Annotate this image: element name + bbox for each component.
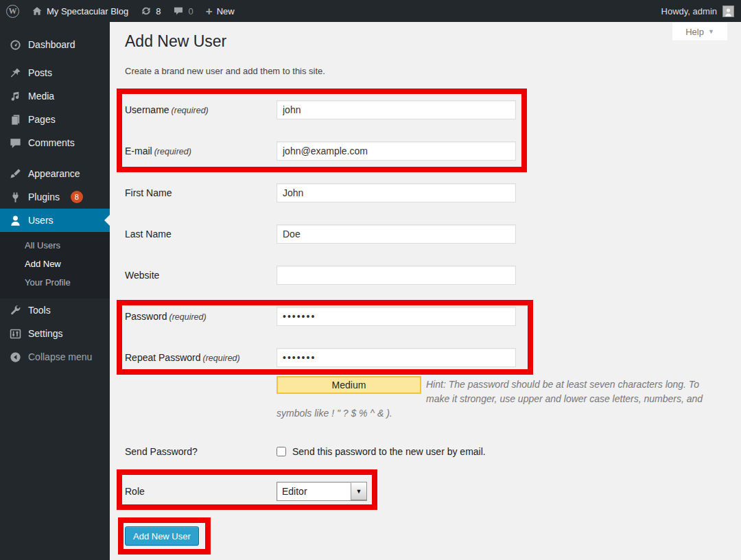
email-label: E-mail(required) [125, 145, 277, 156]
sidebar-item-label: Settings [28, 328, 63, 339]
sliders-icon [9, 327, 22, 340]
website-row: Website [125, 266, 516, 285]
person-icon [724, 8, 733, 16]
plugins-update-badge: 8 [71, 191, 83, 203]
comments-link[interactable]: 0 [167, 0, 199, 22]
required-note: (required) [169, 312, 206, 322]
first-name-input[interactable] [277, 183, 516, 202]
username-input[interactable] [277, 100, 516, 119]
password-label: Password(required) [125, 311, 277, 322]
label-text: First Name [125, 187, 172, 198]
submenu-item-your-profile[interactable]: Your Profile [0, 273, 110, 292]
label-text: Role [125, 486, 145, 497]
send-password-checkbox[interactable] [277, 447, 286, 456]
sidebar-item-collapse-menu[interactable]: Collapse menu [0, 345, 110, 369]
required-note: (required) [172, 106, 209, 115]
sidebar-item-label: Comments [28, 137, 75, 148]
sidebar-item-label: Collapse menu [28, 351, 92, 362]
label-text: E-mail [125, 145, 152, 156]
pin-icon [9, 67, 22, 80]
role-selected-value: Editor [277, 482, 351, 500]
update-icon [141, 5, 152, 16]
submenu-item-all-users[interactable]: All Users [0, 236, 110, 255]
main-content: Help ▼ Add New User Create a brand new u… [110, 22, 741, 560]
password-strength-block: Medium Hint: The password should be at l… [277, 376, 710, 421]
sidebar-item-comments[interactable]: Comments [0, 131, 110, 154]
password-input[interactable] [277, 307, 516, 326]
last-name-input[interactable] [277, 224, 516, 244]
required-note: (required) [154, 147, 191, 156]
admin-bar: W My Spectacular Blog 8 0 + New Howdy, a… [0, 0, 741, 22]
label-text: Website [125, 270, 159, 281]
comments-icon [9, 137, 22, 150]
avatar [722, 5, 734, 17]
sidebar-item-pages[interactable]: Pages [0, 108, 110, 131]
wrench-icon [9, 304, 22, 317]
site-name-label: My Spectacular Blog [47, 6, 128, 16]
role-select[interactable]: Editor ▼ [277, 482, 367, 501]
home-icon [32, 5, 43, 16]
website-label: Website [125, 270, 277, 281]
role-label: Role [125, 486, 277, 497]
label-text: Password [125, 311, 167, 322]
sidebar-item-media[interactable]: Media [0, 84, 110, 108]
chevron-down-icon: ▼ [708, 28, 714, 35]
media-icon [9, 90, 22, 103]
updates-link[interactable]: 8 [134, 0, 167, 22]
username-row: Username(required) [125, 100, 516, 119]
sidebar-item-users[interactable]: Users [0, 209, 110, 232]
sidebar-item-dashboard[interactable]: Dashboard [0, 33, 110, 56]
sidebar-item-appearance[interactable]: Appearance [0, 162, 110, 185]
sidebar-item-label: Plugins [28, 191, 60, 202]
comment-icon [173, 5, 184, 16]
label-text: Username [125, 104, 169, 115]
send-password-row: Send Password? Send this password to the… [125, 442, 486, 461]
account-menu[interactable]: Howdy, admin [661, 5, 741, 17]
sidebar-item-label: Posts [28, 67, 52, 78]
last-name-label: Last Name [125, 229, 277, 240]
email-row: E-mail(required) [125, 141, 516, 161]
submenu-item-add-new[interactable]: Add New [0, 255, 110, 273]
howdy-text: Howdy, admin [661, 6, 717, 16]
email-input[interactable] [277, 141, 516, 161]
password-strength-meter: Medium [277, 376, 421, 394]
first-name-label: First Name [125, 187, 277, 198]
add-new-user-button[interactable]: Add New User [125, 526, 199, 546]
dashboard-icon [9, 38, 22, 51]
sidebar-item-label: Pages [28, 114, 56, 125]
website-input[interactable] [277, 266, 516, 285]
help-label: Help [685, 27, 704, 37]
plus-icon: + [206, 5, 213, 17]
label-text: Repeat Password [125, 352, 201, 363]
password-row: Password(required) [125, 307, 516, 326]
site-name-link[interactable]: My Spectacular Blog [25, 0, 134, 22]
repeat-password-row: Repeat Password(required) [125, 348, 516, 367]
users-submenu: All Users Add New Your Profile [0, 232, 110, 299]
sidebar-item-plugins[interactable]: Plugins 8 [0, 185, 110, 209]
admin-sidebar: Dashboard Posts Media Pages Comments App… [0, 22, 110, 560]
brush-icon [9, 167, 22, 180]
comment-count: 0 [188, 6, 193, 16]
repeat-password-input[interactable] [277, 348, 516, 367]
sidebar-item-posts[interactable]: Posts [0, 61, 110, 84]
users-icon [9, 214, 22, 227]
pages-icon [9, 113, 22, 126]
new-content-menu[interactable]: + New [200, 0, 241, 22]
page-title: Add New User [125, 32, 226, 51]
new-label: New [217, 6, 235, 16]
collapse-arrow-icon [9, 351, 22, 364]
sidebar-item-tools[interactable]: Tools [0, 299, 110, 322]
wordpress-logo-icon: W [6, 5, 19, 18]
help-button[interactable]: Help ▼ [672, 23, 727, 40]
repeat-password-label: Repeat Password(required) [125, 352, 277, 363]
sidebar-item-label: Appearance [28, 168, 80, 179]
label-text: Last Name [125, 229, 172, 240]
wordpress-logo-menu[interactable]: W [0, 0, 25, 22]
sidebar-item-label: Dashboard [28, 39, 75, 50]
send-password-checkbox-label: Send this password to the new user by em… [292, 446, 486, 457]
sidebar-item-label: Tools [28, 305, 51, 316]
first-name-row: First Name [125, 183, 516, 202]
dropdown-arrow-icon: ▼ [351, 482, 366, 500]
sidebar-item-settings[interactable]: Settings [0, 322, 110, 345]
intro-text: Create a brand new user and add them to … [125, 66, 325, 76]
